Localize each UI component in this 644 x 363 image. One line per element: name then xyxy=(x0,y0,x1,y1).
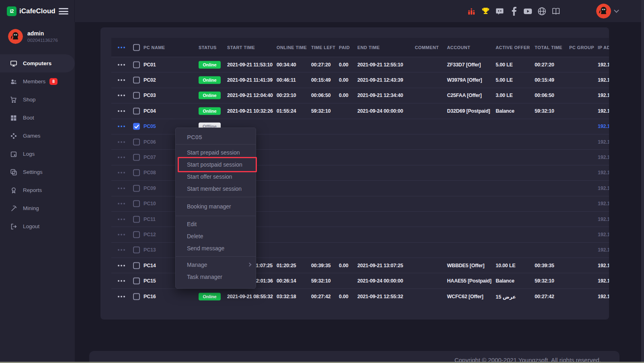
column-header: ONLINE TIME xyxy=(277,45,307,50)
context-menu-item-edit[interactable]: Edit xyxy=(176,218,256,230)
cell-paid: 0.00 xyxy=(339,93,349,98)
row-actions-dots[interactable] xyxy=(118,219,125,220)
context-menu-item-start-offer-session[interactable]: Start offer session xyxy=(176,171,256,183)
row-checkbox[interactable] xyxy=(133,278,140,285)
sidebar-item-boot[interactable]: Boot xyxy=(0,109,75,127)
discord-icon[interactable] xyxy=(495,7,504,16)
table-row-pc03[interactable]: PC03Online2021-09-21 12:04:4000:23:1000:… xyxy=(111,88,609,103)
page-scrollbar[interactable] xyxy=(641,0,644,363)
table-row-pc04[interactable]: PC04Online2021-09-21 10:32:2601:55:2459:… xyxy=(111,103,609,118)
chevron-down-icon xyxy=(614,8,619,13)
cell-ip: 192.1 xyxy=(598,294,609,299)
cell-paid: 0.00 xyxy=(339,77,349,83)
context-menu-item-delete[interactable]: Delete xyxy=(176,230,256,242)
cell-end: 2021-09-21 12:55:32 xyxy=(357,294,403,299)
youtube-icon[interactable] xyxy=(523,7,532,16)
sidebar-nav: ComputersMembers8ShopBootGamesLogsSettin… xyxy=(0,54,75,235)
sidebar: admin 002041136276 ComputersMembers8Shop… xyxy=(0,22,75,363)
row-actions-dots[interactable] xyxy=(118,188,125,189)
table-header-actions-dots[interactable] xyxy=(118,47,125,48)
row-actions-dots[interactable] xyxy=(118,280,125,282)
table-row-pc02[interactable]: PC02Online2021-09-21 11:41:3900:46:1100:… xyxy=(111,72,609,87)
sidebar-item-label: Members xyxy=(23,78,45,85)
sidebar-item-members[interactable]: Members8 xyxy=(0,72,75,91)
cell-end: 2021-09-21 12:43:39 xyxy=(357,77,403,83)
row-checkbox[interactable] xyxy=(133,92,140,99)
row-checkbox[interactable] xyxy=(133,169,140,176)
row-actions-dots[interactable] xyxy=(118,172,125,173)
row-actions-dots[interactable] xyxy=(118,203,125,204)
row-actions-dots[interactable] xyxy=(118,157,125,158)
sidebar-item-label: Computers xyxy=(23,60,51,66)
cell-start: 2021-09-21 08:55:32 xyxy=(227,294,273,299)
row-checkbox[interactable] xyxy=(133,200,140,207)
sidebar-item-shop[interactable]: Shop xyxy=(0,91,75,109)
sidebar-item-settings[interactable]: Settings xyxy=(0,163,75,181)
row-actions-dots[interactable] xyxy=(118,141,125,143)
context-menu-item-booking-manager[interactable]: Booking manager xyxy=(176,199,256,214)
row-checkbox[interactable] xyxy=(133,247,140,254)
brand-logo-icon: i2 xyxy=(7,6,16,16)
cell-end: 2021-09-24 00:00:00 xyxy=(357,108,403,114)
table-row-pc16[interactable]: PC16Online2021-09-21 08:55:3203:32:1800:… xyxy=(111,289,609,304)
row-checkbox[interactable] xyxy=(133,138,140,145)
cell-online: 00:23:10 xyxy=(277,93,296,98)
column-header: STATUS xyxy=(199,45,217,50)
podium-icon[interactable] xyxy=(467,7,476,16)
context-menu-item-start-postpaid-session[interactable]: Start postpaid session xyxy=(176,159,256,171)
trophy-icon[interactable] xyxy=(481,7,490,16)
cell-ip: 192.1 xyxy=(598,77,609,83)
sidebar-item-logs[interactable]: Logs xyxy=(0,145,75,163)
context-menu-item-start-member-session[interactable]: Start member session xyxy=(176,183,256,195)
pc-context-menu: PC05Start prepaid sessionStart postpaid … xyxy=(175,128,256,289)
row-checkbox[interactable] xyxy=(133,107,140,114)
row-actions-dots[interactable] xyxy=(118,79,125,81)
row-checkbox[interactable] xyxy=(133,185,140,192)
context-menu-item-task-manager[interactable]: Task manager xyxy=(176,271,256,283)
row-checkbox[interactable] xyxy=(133,61,140,68)
cell-account: C25FAA [Offer] xyxy=(447,93,482,98)
sidebar-item-mining[interactable]: Mining xyxy=(0,199,75,217)
row-checkbox[interactable] xyxy=(133,293,140,300)
sidebar-item-computers[interactable]: Computers xyxy=(0,54,75,72)
row-actions-dots[interactable] xyxy=(118,296,125,297)
book-icon[interactable] xyxy=(552,7,560,16)
row-actions-dots[interactable] xyxy=(118,95,125,96)
cell-left: 00:15:49 xyxy=(311,77,330,83)
context-menu-item-start-prepaid-session[interactable]: Start prepaid session xyxy=(176,146,256,159)
pc-name: PC13 xyxy=(144,247,156,253)
row-checkbox[interactable] xyxy=(133,77,140,84)
context-menu-title: PC05 xyxy=(176,132,256,144)
pc-name: PC14 xyxy=(144,263,156,268)
cell-left: 00:39:35 xyxy=(311,263,330,268)
row-checkbox[interactable] xyxy=(133,123,140,130)
row-actions-dots[interactable] xyxy=(118,126,125,127)
pc-name: PC16 xyxy=(144,294,156,299)
context-menu-item-send-message[interactable]: Send message xyxy=(176,242,256,254)
row-actions-dots[interactable] xyxy=(118,110,125,112)
row-actions-dots[interactable] xyxy=(118,234,125,235)
cell-ip: 192.1 xyxy=(598,108,609,114)
globe-icon[interactable] xyxy=(537,7,546,16)
row-actions-dots[interactable] xyxy=(118,249,125,251)
row-checkbox[interactable] xyxy=(133,216,140,223)
cell-offer: 3.00 LE xyxy=(496,93,513,98)
row-actions-dots[interactable] xyxy=(118,265,125,266)
user-menu[interactable] xyxy=(596,4,618,19)
sidebar-item-games[interactable]: Games xyxy=(0,127,75,145)
row-checkbox[interactable] xyxy=(133,154,140,161)
row-checkbox[interactable] xyxy=(133,262,140,269)
facebook-icon[interactable] xyxy=(509,7,518,16)
sidebar-toggle-hamburger-icon[interactable] xyxy=(59,8,68,14)
select-all-checkbox[interactable] xyxy=(133,44,140,51)
sidebar-item-reports[interactable]: Reports xyxy=(0,181,75,199)
table-row-pc01[interactable]: PC01Online2021-09-21 11:53:1000:34:4000:… xyxy=(111,57,609,72)
context-menu-item-manage[interactable]: Manage xyxy=(176,259,256,271)
cell-ip: 192.1 xyxy=(598,124,609,129)
cell-end: 2021-09-24 00:00:00 xyxy=(357,278,403,284)
sidebar-item-logout[interactable]: Logout xyxy=(0,217,75,235)
row-actions-dots[interactable] xyxy=(118,64,125,66)
pc-name: PC01 xyxy=(144,62,156,68)
cell-account: WBBDE5 [Offer] xyxy=(447,263,484,268)
row-checkbox[interactable] xyxy=(133,231,140,238)
